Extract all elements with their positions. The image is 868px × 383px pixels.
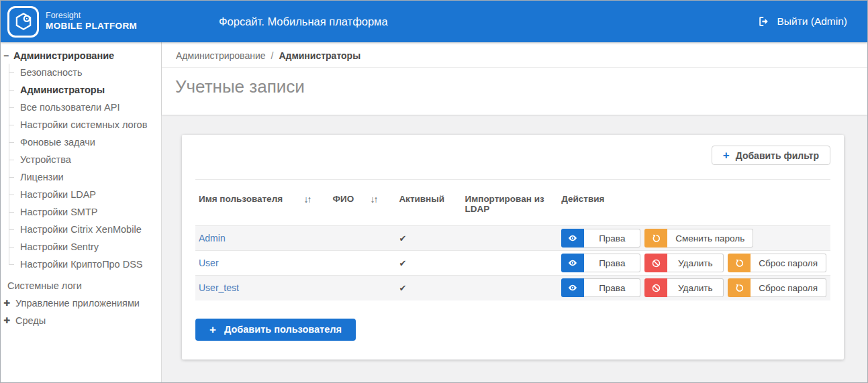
change-password-button[interactable]: Сменить пароль xyxy=(644,229,753,248)
content-area: + Добавить фильтр Имя пользователя ↓↑ xyxy=(162,115,867,360)
collapse-minus-icon[interactable]: − xyxy=(3,50,13,61)
sidebar-item-security[interactable]: Безопасность xyxy=(1,64,161,81)
delete-label: Удалить xyxy=(667,254,724,272)
sidebar-nav: − Администрирование Безопасность Админис… xyxy=(1,42,162,382)
eye-icon xyxy=(561,254,584,272)
row-actions: Права Удалить xyxy=(561,254,826,272)
reset-password-label: Сброс пароля xyxy=(751,278,826,297)
column-fio: ФИО ↓↑ xyxy=(329,180,395,226)
main-area: Администрирование/Администраторы Учетные… xyxy=(162,42,867,382)
column-fio-label: ФИО xyxy=(332,194,354,204)
table-row-admin: Admin ✔ xyxy=(195,226,830,251)
logout-button[interactable]: Выйти (Admin) xyxy=(758,15,847,28)
sidebar-item-cryptopro-settings[interactable]: Настройки КриптоПро DSS xyxy=(1,256,161,273)
logo-bottom-text: MOBILE PLATFORM xyxy=(46,21,137,32)
column-actions: Действия xyxy=(558,180,830,226)
column-active: Активный xyxy=(395,180,461,226)
delete-label: Удалить xyxy=(667,278,724,297)
page-header-section: Администрирование/Администраторы Учетные… xyxy=(162,42,867,115)
fio-cell xyxy=(329,226,395,251)
reset-rotate-icon xyxy=(644,229,667,248)
rights-label: Права xyxy=(584,254,640,272)
sidebar-item-ldap-settings[interactable]: Настройки LDAP xyxy=(1,186,161,203)
reset-rotate-icon xyxy=(728,254,751,272)
eye-icon xyxy=(561,229,584,248)
accounts-card: + Добавить фильтр Имя пользователя ↓↑ xyxy=(182,135,844,360)
rights-label: Права xyxy=(584,229,640,248)
rights-label: Права xyxy=(584,278,640,297)
sidebar-item-licenses[interactable]: Лицензии xyxy=(1,168,161,186)
row-actions: Права Удалить xyxy=(561,278,826,297)
sidebar-item-app-management[interactable]: ✚ Управление приложениями xyxy=(1,294,161,312)
ldap-cell xyxy=(462,276,559,300)
username-link[interactable]: Admin xyxy=(199,233,226,243)
rights-button[interactable]: Права xyxy=(561,254,640,272)
sidebar-item-smtp-settings[interactable]: Настройки SMTP xyxy=(1,203,161,221)
reset-password-button[interactable]: Сброс пароля xyxy=(728,278,826,297)
logo-wordmark: Foresight MOBILE PLATFORM xyxy=(46,11,137,33)
column-username: Имя пользователя ↓↑ xyxy=(195,180,329,226)
delete-button[interactable]: Удалить xyxy=(644,254,724,272)
fio-cell xyxy=(329,276,395,300)
sidebar-item-administration[interactable]: − Администрирование xyxy=(1,48,161,64)
sidebar-item-system-log-settings[interactable]: Настройки системных логов xyxy=(1,116,161,133)
reset-password-button[interactable]: Сброс пароля xyxy=(728,254,826,272)
plus-icon: + xyxy=(723,150,730,161)
foresight-logo xyxy=(7,6,39,38)
reset-rotate-icon xyxy=(728,278,751,297)
sidebar-item-devices[interactable]: Устройства xyxy=(1,151,161,168)
sidebar-root-label: Администрирование xyxy=(13,50,114,61)
fio-cell xyxy=(329,251,395,276)
sidebar-item-sentry-settings[interactable]: Настройки Sentry xyxy=(1,238,161,256)
username-link[interactable]: User_test xyxy=(199,282,239,293)
top-header: Foresight MOBILE PLATFORM Форсайт. Мобил… xyxy=(1,1,867,42)
expand-plus-icon[interactable]: ✚ xyxy=(3,294,15,312)
sidebar-item-api-users[interactable]: Все пользователи API xyxy=(1,99,161,116)
app-management-label: Управление приложениями xyxy=(15,294,140,312)
sidebar-item-environments[interactable]: ✚ Среды xyxy=(1,312,161,329)
ldap-cell xyxy=(462,251,559,276)
sidebar-admin-children: Безопасность Администраторы Все пользова… xyxy=(1,64,161,273)
breadcrumb-current: Администраторы xyxy=(279,50,360,61)
column-username-label: Имя пользователя xyxy=(199,194,283,204)
expand-plus-icon[interactable]: ✚ xyxy=(3,312,15,329)
ban-icon xyxy=(644,278,667,297)
table-row-user-test: User_test ✔ xyxy=(195,276,830,300)
eye-icon xyxy=(561,278,584,297)
active-check-icon: ✔ xyxy=(399,233,406,243)
sign-out-icon xyxy=(758,15,770,28)
sidebar-item-citrix-settings[interactable]: Настройки Citrix XenMobile xyxy=(1,221,161,238)
logo-top-text: Foresight xyxy=(46,11,137,21)
logout-label: Выйти (Admin) xyxy=(777,15,847,28)
rights-button[interactable]: Права xyxy=(561,278,640,297)
row-actions: Права Сменить пароль xyxy=(561,229,826,248)
card-toolbar: + Добавить фильтр xyxy=(195,146,830,165)
accounts-table: Имя пользователя ↓↑ ФИО ↓↑ xyxy=(195,179,830,300)
table-header-row: Имя пользователя ↓↑ ФИО ↓↑ xyxy=(195,180,830,226)
environments-label: Среды xyxy=(15,312,46,329)
add-filter-button[interactable]: + Добавить фильтр xyxy=(712,146,830,165)
username-link[interactable]: User xyxy=(199,258,219,268)
sort-icon[interactable]: ↓↑ xyxy=(303,194,310,205)
plus-icon: + xyxy=(209,324,216,335)
breadcrumb-parent[interactable]: Администрирование xyxy=(176,50,266,61)
sidebar-item-background-tasks[interactable]: Фоновые задачи xyxy=(1,133,161,151)
add-user-label: Добавить пользователя xyxy=(224,324,342,335)
ban-icon xyxy=(644,254,667,272)
change-password-label: Сменить пароль xyxy=(667,229,753,248)
rights-button[interactable]: Права xyxy=(561,229,640,248)
sidebar-item-system-logs[interactable]: Системные логи xyxy=(1,277,161,294)
sort-icon[interactable]: ↓↑ xyxy=(370,194,377,205)
active-check-icon: ✔ xyxy=(399,258,406,268)
table-row-user: User ✔ xyxy=(195,251,830,276)
breadcrumb-separator: / xyxy=(271,50,274,61)
sidebar-item-administrators[interactable]: Администраторы xyxy=(1,81,161,99)
column-ldap: Импортирован из LDAP xyxy=(462,180,559,226)
ldap-cell xyxy=(462,226,559,251)
delete-button[interactable]: Удалить xyxy=(644,278,724,297)
page-title: Учетные записи xyxy=(162,68,867,115)
reset-password-label: Сброс пароля xyxy=(751,254,826,272)
add-user-button[interactable]: + Добавить пользователя xyxy=(195,319,356,341)
breadcrumb: Администрирование/Администраторы xyxy=(162,42,867,68)
app-title: Форсайт. Мобильная платформа xyxy=(219,15,388,28)
